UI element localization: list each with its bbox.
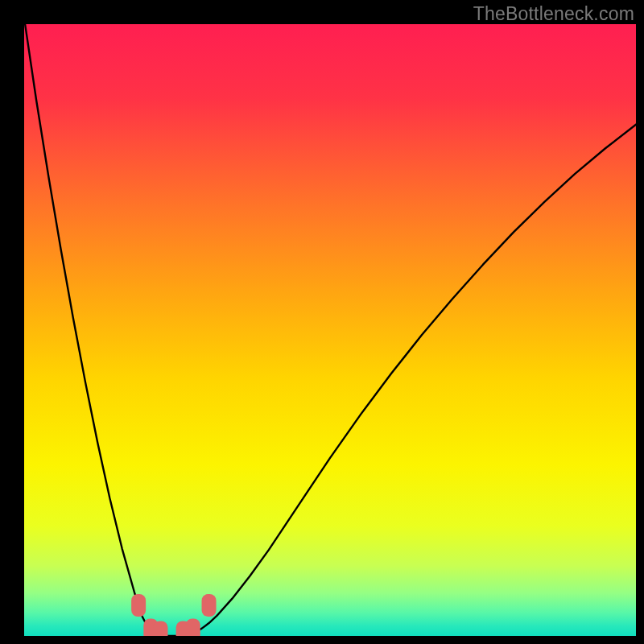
marker-m5 xyxy=(186,618,200,636)
curve-markers xyxy=(131,594,216,636)
curve-layer xyxy=(24,24,636,636)
watermark-text: TheBottleneck.com xyxy=(473,3,634,25)
marker-m1 xyxy=(131,594,146,617)
plot-area xyxy=(24,24,636,636)
bottleneck-curve xyxy=(24,24,636,636)
marker-m6 xyxy=(202,594,217,617)
chart-stage: TheBottleneck.com xyxy=(0,0,644,644)
marker-m3 xyxy=(153,621,167,636)
